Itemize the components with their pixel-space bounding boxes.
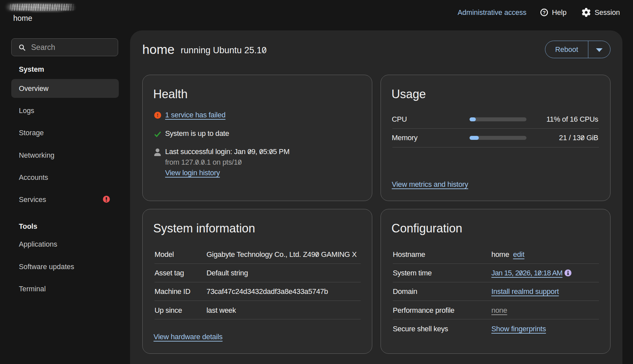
svg-text:?: ? xyxy=(543,10,546,15)
